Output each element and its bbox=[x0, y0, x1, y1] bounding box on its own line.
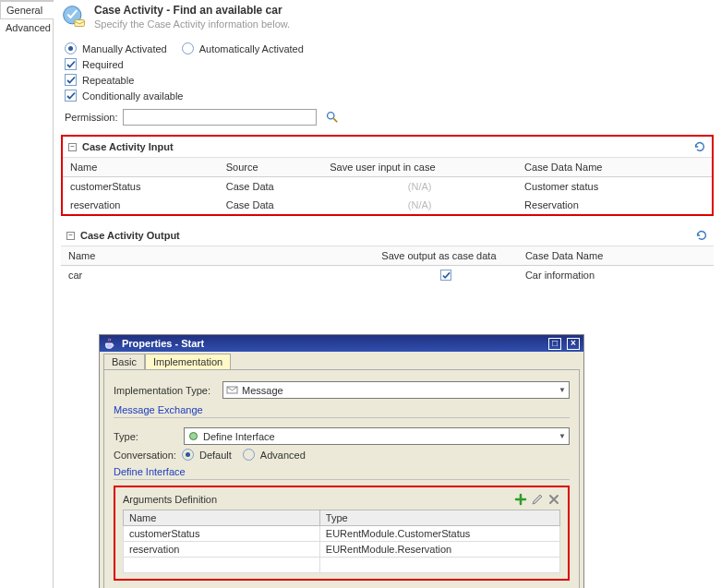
delete-icon[interactable] bbox=[547, 493, 560, 506]
message-icon bbox=[226, 384, 238, 396]
permission-input[interactable] bbox=[123, 109, 317, 126]
label-auto: Automatically Activated bbox=[199, 43, 304, 54]
collapse-input-toggle[interactable]: − bbox=[68, 143, 77, 151]
label-conditional: Conditionally available bbox=[82, 90, 183, 102]
checkbox-required[interactable] bbox=[65, 58, 77, 70]
label-repeatable: Repeatable bbox=[82, 75, 134, 86]
label-impl-type: Implementation Type: bbox=[114, 385, 215, 396]
dialog-titlebar[interactable]: Properties - Start □ × bbox=[100, 335, 583, 352]
label-permission: Permission: bbox=[65, 112, 117, 123]
case-activity-input-section: − Case Activity Input Name Source Save u… bbox=[61, 135, 714, 216]
select-interface-type[interactable]: Define Interface ▼ bbox=[184, 427, 570, 445]
label-define-interface: Define Interface bbox=[114, 466, 570, 477]
table-row[interactable]: customerStatus EURentModule.CustomerStat… bbox=[124, 526, 560, 542]
col-out-casedata: Case Data Name bbox=[518, 246, 714, 266]
table-row[interactable]: car Car information bbox=[61, 266, 714, 285]
java-icon bbox=[103, 337, 116, 350]
chevron-down-icon: ▼ bbox=[559, 386, 566, 394]
collapse-output-toggle[interactable]: − bbox=[66, 232, 75, 240]
col-out-save: Save output as case data bbox=[374, 246, 518, 266]
edit-icon[interactable] bbox=[531, 493, 544, 506]
refresh-output-icon[interactable] bbox=[695, 229, 708, 242]
radio-automatically-activated[interactable] bbox=[182, 42, 194, 54]
col-save: Save user input in case bbox=[322, 158, 517, 177]
checkbox-conditional[interactable] bbox=[65, 90, 77, 102]
input-section-title: Case Activity Input bbox=[82, 141, 693, 152]
case-activity-icon bbox=[61, 4, 87, 30]
add-icon[interactable] bbox=[514, 493, 527, 506]
col-name: Name bbox=[63, 158, 219, 177]
dialog-title: Properties - Start bbox=[122, 338, 543, 349]
label-required: Required bbox=[82, 59, 124, 70]
svg-rect-1 bbox=[75, 20, 85, 27]
table-row[interactable] bbox=[124, 558, 560, 573]
close-button[interactable]: × bbox=[567, 338, 580, 350]
col-out-name: Name bbox=[61, 246, 374, 266]
maximize-button[interactable]: □ bbox=[548, 338, 561, 350]
radio-conv-default[interactable] bbox=[182, 449, 194, 461]
col-source: Source bbox=[219, 158, 322, 177]
label-message-exchange: Message Exchange bbox=[114, 404, 570, 415]
nav-advanced[interactable]: Advanced bbox=[0, 19, 53, 36]
args-col-name: Name bbox=[124, 510, 320, 526]
select-impl-type[interactable]: Message ▼ bbox=[222, 381, 570, 399]
case-activity-output-section: − Case Activity Output Name Save output … bbox=[61, 225, 714, 285]
page-title: Case Activity - Find an available car bbox=[94, 4, 290, 17]
nav-general[interactable]: General bbox=[0, 1, 54, 19]
checkbox-save-output[interactable] bbox=[440, 270, 451, 281]
search-icon[interactable] bbox=[326, 111, 339, 124]
table-row[interactable]: customerStatus Case Data (N/A) Customer … bbox=[63, 177, 712, 197]
svg-line-3 bbox=[334, 118, 338, 122]
interface-icon bbox=[187, 430, 199, 442]
table-row[interactable]: reservation Case Data (N/A) Reservation bbox=[63, 196, 712, 214]
table-row[interactable]: reservation EURentModule.Reservation bbox=[124, 542, 560, 558]
properties-dialog: Properties - Start □ × Basic Implementat… bbox=[99, 334, 584, 588]
radio-manually-activated[interactable] bbox=[65, 42, 77, 54]
page-subtitle: Specify the Case Activity information be… bbox=[94, 18, 290, 30]
arguments-definition-box: Arguments Definition Name Type customerS… bbox=[114, 486, 570, 581]
svg-point-5 bbox=[190, 433, 198, 440]
label-type: Type: bbox=[114, 431, 176, 442]
chevron-down-icon: ▼ bbox=[559, 432, 566, 440]
label-conv-default: Default bbox=[199, 450, 232, 461]
radio-conv-advanced[interactable] bbox=[243, 449, 255, 461]
tab-implementation[interactable]: Implementation bbox=[145, 354, 231, 369]
args-title: Arguments Definition bbox=[123, 494, 511, 505]
svg-point-2 bbox=[328, 113, 334, 119]
tab-basic[interactable]: Basic bbox=[103, 354, 145, 369]
args-col-type: Type bbox=[319, 510, 559, 526]
col-casedata: Case Data Name bbox=[517, 158, 712, 177]
label-conversation: Conversation: bbox=[114, 450, 176, 461]
checkbox-repeatable[interactable] bbox=[65, 74, 77, 86]
label-conv-advanced: Advanced bbox=[260, 450, 306, 461]
output-section-title: Case Activity Output bbox=[80, 230, 695, 241]
label-manual: Manually Activated bbox=[82, 43, 167, 54]
refresh-input-icon[interactable] bbox=[693, 140, 706, 153]
